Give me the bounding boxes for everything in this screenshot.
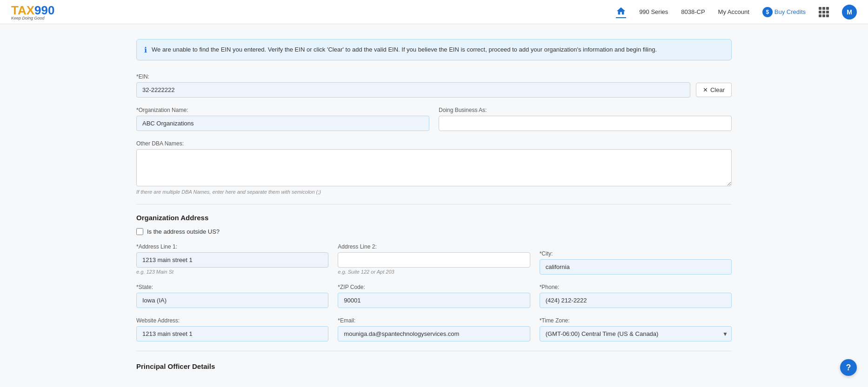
org-name-row: *Organization Name: Doing Business As: [136,107,732,131]
other-dba-hint: If there are multiple DBA Names, enter h… [136,189,732,195]
address-line1-input[interactable] [136,252,328,268]
zip-field: *ZIP Code: [338,284,530,308]
doing-business-as-field: Doing Business As: [439,107,732,131]
main-nav: 990 Series 8038-CP My Account $ Buy Cred… [616,5,857,20]
website-input[interactable] [136,326,328,341]
alert-text: We are unable to find the EIN you entere… [152,45,657,54]
address-row-2: *State: *ZIP Code: *Phone: [136,284,732,308]
email-input[interactable] [338,326,530,341]
buy-credits-button[interactable]: $ Buy Credits [762,7,806,17]
help-button[interactable]: ? [840,359,857,376]
website-field: Website Address: [136,317,328,341]
apps-grid-icon[interactable] [819,7,829,17]
zip-label: *ZIP Code: [338,284,530,290]
timezone-field: *Time Zone: (GMT-06:00) Central Time (US… [540,317,732,341]
address-row-1: *Address Line 1: e.g. 123 Main St Addres… [136,243,732,275]
buy-credits-label: Buy Credits [775,8,806,15]
phone-field: *Phone: [540,284,732,308]
address-line1-field: *Address Line 1: e.g. 123 Main St [136,243,328,275]
contact-row: Website Address: *Email: *Time Zone: (GM… [136,317,732,341]
timezone-select-wrapper: (GMT-06:00) Central Time (US & Canada) (… [540,326,732,341]
other-dba-input[interactable] [136,149,732,186]
org-name-field: *Organization Name: [136,107,429,131]
credits-icon: $ [762,7,773,17]
nav-my-account[interactable]: My Account [718,7,749,17]
address-section-heading: Organization Address [136,214,732,222]
nav-8038cp[interactable]: 8038-CP [681,7,705,17]
state-label: *State: [136,284,328,290]
address-line2-field: Address Line 2: e.g. Suite 122 or Apt 20… [338,243,530,275]
user-avatar[interactable]: M [842,5,857,20]
address-line2-input[interactable] [338,252,530,268]
phone-input[interactable] [540,293,732,308]
address-line1-hint: e.g. 123 Main St [136,269,328,275]
ein-input[interactable] [136,82,690,98]
main-content: ℹ We are unable to find the EIN you ente… [108,24,760,385]
logo-tagline: Keep Doing Good [11,16,45,20]
doing-business-as-label: Doing Business As: [439,107,732,113]
clear-button[interactable]: ✕ Clear [696,83,732,97]
zip-input[interactable] [338,293,530,308]
alert-banner: ℹ We are unable to find the EIN you ente… [136,39,732,60]
home-nav-item[interactable] [616,6,626,18]
other-dba-label: Other DBA Names: [136,140,732,147]
email-field: *Email: [338,317,530,341]
nav-990-series[interactable]: 990 Series [639,7,668,17]
city-field: *City: [540,250,732,275]
timezone-select[interactable]: (GMT-06:00) Central Time (US & Canada) (… [540,326,732,341]
email-label: *Email: [338,317,530,324]
clear-label: Clear [710,86,725,93]
org-name-label: *Organization Name: [136,107,429,113]
logo: TAX 990 Keep Doing Good [11,3,72,20]
section-divider [136,204,732,204]
ein-field-group: *EIN: ✕ Clear [136,73,732,98]
website-label: Website Address: [136,317,328,324]
outside-us-checkbox[interactable] [136,228,143,235]
city-label: *City: [540,250,732,257]
state-field: *State: [136,284,328,308]
address-line2-label: Address Line 2: [338,243,530,250]
state-input[interactable] [136,293,328,308]
doing-business-as-input[interactable] [439,116,732,131]
outside-us-checkbox-row: Is the address outside US? [136,228,732,235]
city-input[interactable] [540,259,732,275]
org-name-input[interactable] [136,116,429,131]
outside-us-label: Is the address outside US? [147,228,220,235]
phone-label: *Phone: [540,284,732,290]
address-line2-hint: e.g. Suite 122 or Apt 203 [338,269,530,275]
ein-label: *EIN: [136,73,732,80]
principal-officer-heading: Principal Officer Details [136,362,732,370]
info-icon: ℹ [144,46,147,54]
ein-row: ✕ Clear [136,82,732,98]
x-icon: ✕ [703,86,708,93]
address-line1-label: *Address Line 1: [136,243,328,250]
other-dba-field-group: Other DBA Names: If there are multiple D… [136,140,732,195]
app-header: TAX 990 Keep Doing Good 990 Series 8038-… [0,0,868,24]
timezone-label: *Time Zone: [540,317,732,324]
principal-officer-divider [136,351,732,351]
